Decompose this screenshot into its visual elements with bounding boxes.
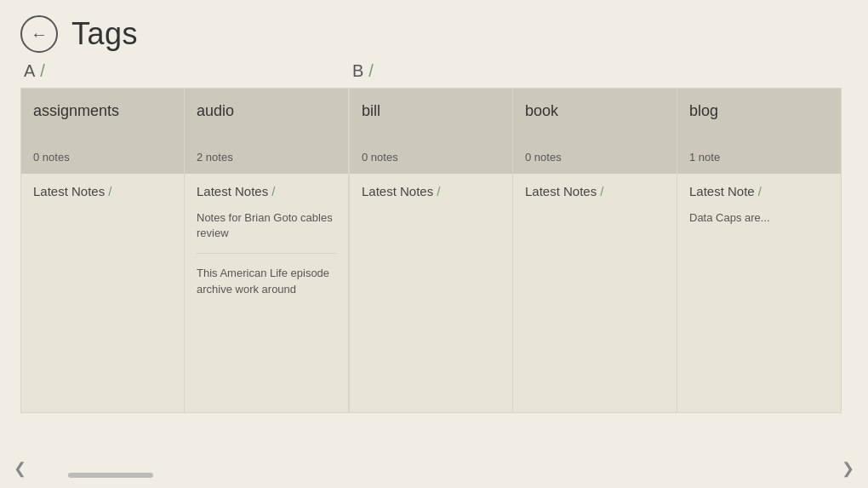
section-letter-a: A — [24, 61, 35, 81]
tag-card-assignments[interactable]: assignments0 notesLatest Notes/ — [20, 88, 185, 413]
latest-notes-header-book: Latest Notes/ — [525, 184, 665, 198]
note-item-audio-0[interactable]: Notes for Brian Goto cables review — [197, 210, 336, 254]
tag-name-bill: bill — [362, 102, 500, 120]
latest-notes-label-blog: Latest Note — [689, 184, 755, 198]
note-item-audio-1[interactable]: This American Life episode archive work … — [197, 266, 336, 308]
tag-count-book: 0 notes — [525, 151, 665, 164]
main-content: A/assignments0 notesLatest Notes/audio2 … — [0, 61, 868, 413]
tag-header-assignments: assignments0 notes — [21, 89, 184, 174]
tag-card-bill[interactable]: bill0 notesLatest Notes/ — [349, 88, 513, 413]
latest-notes-header-bill: Latest Notes/ — [362, 184, 500, 198]
notes-section-audio: Latest Notes/Notes for Brian Goto cables… — [185, 174, 348, 412]
section-slash-a: / — [40, 61, 45, 81]
tag-count-bill: 0 notes — [362, 151, 500, 164]
bottom-nav: ❮ ❯ — [0, 456, 868, 481]
tag-card-blog[interactable]: blog1 noteLatest Note/Data Caps are... — [677, 88, 842, 413]
latest-notes-header-assignments: Latest Notes/ — [33, 184, 172, 198]
notes-section-blog: Latest Note/Data Caps are... — [677, 174, 841, 412]
latest-notes-header-audio: Latest Notes/ — [197, 184, 336, 198]
tag-header-audio: audio2 notes — [185, 89, 348, 174]
section-header-b: B/ — [349, 61, 842, 81]
latest-notes-label-bill: Latest Notes — [362, 184, 433, 198]
page-header: ← Tags — [0, 0, 868, 61]
tag-header-bill: bill0 notes — [350, 89, 512, 174]
section-b: B/bill0 notesLatest Notes/book0 notesLat… — [349, 61, 842, 413]
latest-notes-slash-book: / — [600, 184, 603, 198]
tags-row-a: assignments0 notesLatest Notes/audio2 no… — [20, 88, 349, 413]
section-a: A/assignments0 notesLatest Notes/audio2 … — [20, 61, 349, 413]
next-arrow[interactable]: ❯ — [835, 456, 861, 481]
latest-notes-slash-bill: / — [437, 184, 440, 198]
tag-name-assignments: assignments — [33, 102, 172, 120]
tag-header-book: book0 notes — [513, 89, 677, 174]
latest-notes-slash-audio: / — [271, 184, 275, 198]
tag-count-blog: 1 note — [689, 151, 829, 164]
tag-card-audio[interactable]: audio2 notesLatest Notes/Notes for Brian… — [185, 88, 349, 413]
tag-name-book: book — [525, 102, 665, 120]
section-header-a: A/ — [20, 61, 349, 81]
page-title: Tags — [71, 16, 138, 52]
notes-section-assignments: Latest Notes/ — [21, 174, 184, 412]
latest-notes-label-book: Latest Notes — [525, 184, 597, 198]
tag-count-audio: 2 notes — [197, 151, 336, 164]
prev-arrow[interactable]: ❮ — [7, 456, 33, 481]
section-letter-b: B — [352, 61, 363, 81]
tag-name-blog: blog — [689, 102, 829, 120]
tag-header-blog: blog1 note — [677, 89, 841, 174]
latest-notes-slash-blog: / — [758, 184, 762, 198]
tag-count-assignments: 0 notes — [33, 151, 172, 164]
note-item-blog-0[interactable]: Data Caps are... — [689, 210, 829, 238]
scrollbar[interactable] — [68, 473, 153, 478]
back-button[interactable]: ← — [20, 15, 58, 53]
notes-section-book: Latest Notes/ — [513, 174, 677, 412]
tag-card-book[interactable]: book0 notesLatest Notes/ — [513, 88, 677, 413]
latest-notes-label-audio: Latest Notes — [197, 184, 268, 198]
latest-notes-slash-assignments: / — [108, 184, 111, 198]
back-arrow-icon: ← — [31, 26, 48, 43]
notes-section-bill: Latest Notes/ — [350, 174, 512, 412]
section-slash-b: / — [368, 61, 374, 81]
tag-name-audio: audio — [197, 102, 336, 120]
latest-notes-label-assignments: Latest Notes — [33, 184, 105, 198]
latest-notes-header-blog: Latest Note/ — [689, 184, 829, 198]
tags-row-b: bill0 notesLatest Notes/book0 notesLates… — [349, 88, 842, 413]
